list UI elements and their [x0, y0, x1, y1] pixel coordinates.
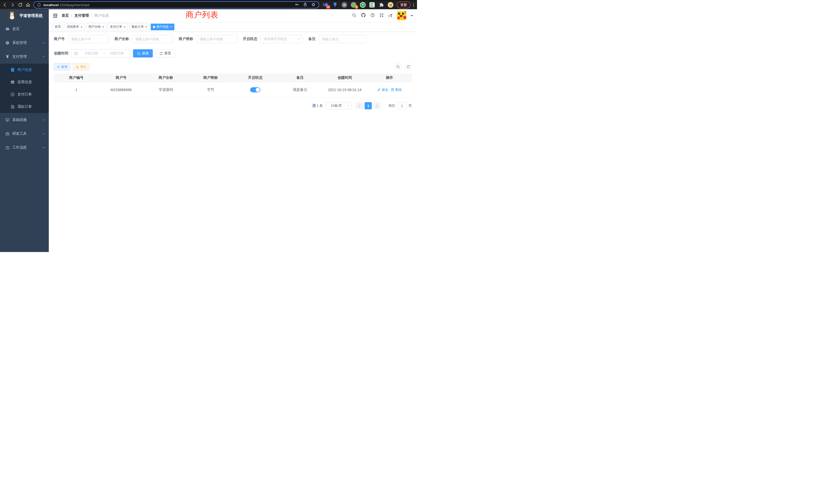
goto-label: 前往 [389, 104, 395, 108]
app-logo[interactable]: 芋道管理系统 [0, 9, 49, 22]
help-icon[interactable] [370, 13, 375, 19]
breadcrumb-payment[interactable]: 支付管理 [74, 13, 89, 18]
app-title: 芋道管理系统 [20, 13, 43, 18]
bookmark-star-icon[interactable] [311, 2, 315, 8]
close-icon[interactable]: × [170, 25, 172, 28]
extension-y-icon[interactable]: Y [360, 2, 366, 8]
page-unit-label: 页 [409, 104, 412, 108]
browser-menu-icon[interactable] [413, 3, 414, 7]
search-icon[interactable] [352, 13, 356, 19]
github-icon[interactable] [361, 13, 366, 19]
close-icon[interactable]: × [145, 25, 147, 28]
next-page-button[interactable] [373, 102, 380, 109]
refresh-table-button[interactable] [405, 63, 412, 70]
user-avatar[interactable] [397, 11, 406, 20]
extension-badge: 10 [326, 5, 330, 9]
current-page-button[interactable]: 1 [365, 102, 372, 109]
sidebar-item-home[interactable]: 首页 [0, 22, 49, 36]
refresh-icon [159, 52, 163, 55]
sidebar-item-pay-orders[interactable]: ¥ 支付订单 [0, 88, 49, 100]
extension-balloon-icon[interactable] [332, 2, 338, 8]
extension-puzzle-icon[interactable] [378, 2, 385, 8]
page-size-select[interactable]: 10条/页 [326, 102, 352, 109]
password-key-icon[interactable] [295, 2, 299, 8]
start-date-placeholder: 开始日期 [81, 51, 102, 56]
tab-user-group[interactable]: 用户分组× [86, 24, 106, 30]
grid-icon [10, 80, 15, 84]
url-text[interactable]: localhost:1024/pay/merchant [43, 3, 89, 7]
sidebar-item-refund-orders[interactable]: 退款订单 [0, 100, 49, 113]
pagination-total: 共 1 条 [312, 104, 323, 108]
sidebar-item-merchant-info[interactable]: 商户信息 [0, 64, 49, 76]
sidebar-item-dev-tools[interactable]: 研发工具 [0, 127, 49, 141]
document-copy-icon [10, 105, 15, 109]
cell-short-name: 芋艿 [188, 88, 233, 92]
cell-id: 1 [54, 88, 98, 92]
tab-merchant-info[interactable]: 商户信息× [151, 24, 174, 30]
remark-input[interactable] [319, 35, 367, 43]
sidebar-item-system[interactable]: 系统管理 [0, 36, 49, 50]
chevron-up-icon [42, 55, 45, 58]
tab-pay-orders[interactable]: 支付订单× [108, 24, 128, 30]
avatar-dropdown-icon[interactable] [411, 15, 413, 18]
create-time-range-picker[interactable]: 开始日期 - 结束日期 [71, 49, 130, 58]
tab-home[interactable]: 首页 [52, 24, 63, 30]
breadcrumb: 首页 / 支付管理 / 商户信息 [62, 13, 109, 18]
status-toggle[interactable] [250, 87, 260, 92]
extension-emoji-icon[interactable] [388, 2, 394, 8]
home-icon[interactable] [26, 3, 30, 7]
edit-link[interactable]: 修改 [377, 88, 388, 92]
close-icon[interactable]: × [124, 25, 126, 28]
edit-icon [377, 88, 380, 91]
site-info-icon[interactable] [37, 3, 41, 7]
back-icon[interactable] [3, 3, 7, 7]
sidebar-item-payment[interactable]: ¥ 支付管理 [0, 50, 49, 64]
dashboard-icon [5, 27, 9, 31]
svg-text:¥: ¥ [12, 93, 13, 96]
chevron-down-icon [42, 118, 45, 121]
extension-notes-icon[interactable] [369, 2, 375, 8]
goto-page-input[interactable] [397, 102, 407, 109]
sidebar-item-infrastructure[interactable]: 基础设施 [0, 113, 49, 127]
delete-link[interactable]: 删除 [391, 88, 402, 92]
address-bar[interactable]: localhost:1024/pay/merchant [34, 1, 319, 8]
forward-icon[interactable] [10, 3, 15, 7]
table-header: 商户编号 商户号 商户全称 商户简称 开启状态 备注 创建时间 操作 [54, 73, 412, 82]
merchant-no-input[interactable] [68, 35, 109, 43]
yen-icon: ¥ [5, 54, 9, 59]
pagination: 共 1 条 10条/页 1 前往 页 [54, 102, 412, 109]
extension-diamond-icon[interactable]: 10 [323, 2, 329, 8]
sidebar-item-workflow[interactable]: 工作流程 [0, 141, 49, 155]
chevron-down-icon [297, 38, 301, 41]
status-select[interactable]: 请选择开启状态 [260, 35, 303, 43]
extension-command-icon[interactable]: ⌘ [341, 2, 347, 8]
reset-button[interactable]: 重置 [155, 49, 175, 58]
tab-refund-orders[interactable]: 退款订单× [129, 24, 150, 30]
fullscreen-icon[interactable] [379, 13, 384, 19]
cell-remark: 我是备注 [278, 88, 322, 92]
extension-status-icon[interactable]: 1 [351, 2, 357, 8]
sidebar: 芋道管理系统 首页 系统管理 ¥ 支付管理 商户信息 应用信息 [0, 9, 49, 252]
chevron-down-icon [42, 146, 45, 149]
share-icon[interactable] [303, 2, 307, 8]
close-icon[interactable]: × [102, 25, 104, 28]
show-search-toggle-button[interactable] [394, 63, 401, 70]
breadcrumb-home[interactable]: 首页 [62, 13, 69, 18]
chevron-down-icon [42, 132, 45, 135]
font-size-icon[interactable]: TT [388, 14, 393, 18]
prev-page-button[interactable] [356, 102, 363, 109]
sidebar-item-app-info[interactable]: 应用信息 [0, 76, 49, 88]
reload-icon[interactable] [18, 3, 23, 7]
full-name-input[interactable] [132, 35, 173, 43]
extensions-bar: 10 ⌘ 1 Y [323, 2, 394, 8]
add-button[interactable]: 新增 [54, 63, 70, 70]
search-button[interactable]: 搜索 [133, 49, 153, 58]
short-name-input[interactable] [196, 35, 237, 43]
tab-process-form[interactable]: 流程表单× [64, 24, 85, 30]
sidebar-collapse-icon[interactable] [53, 13, 58, 18]
export-button[interactable]: 导出 [73, 63, 89, 70]
merchant-no-label: 商户号 [54, 37, 65, 41]
yen-circle-icon: ¥ [10, 92, 15, 96]
close-icon[interactable]: × [81, 25, 83, 28]
chrome-update-button[interactable]: 更新 [397, 1, 411, 8]
